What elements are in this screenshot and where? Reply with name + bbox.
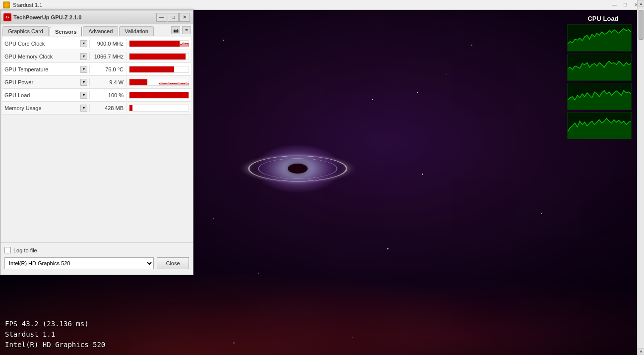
svg-marker-2: [568, 90, 631, 110]
fps-line3: Intel(R) HD Graphics 520: [5, 340, 105, 350]
sensor-bar-gpu-load: [127, 90, 191, 100]
gpuz-sensors-content: GPU Core Clock ▾ 900.0 MHz GPU Memory Cl…: [0, 36, 193, 249]
sensor-label-gpu-power: GPU Power: [4, 79, 33, 85]
black-hole: [243, 114, 352, 223]
tab-validation[interactable]: Validation: [119, 26, 154, 36]
scroll-up-arrow[interactable]: ▲: [638, 0, 644, 7]
fps-overlay: FPS 43.2 (23.136 ms) Stardust 1.1 Intel(…: [0, 314, 110, 355]
footer-bottom: Intel(R) HD Graphics 520 Close: [4, 257, 189, 269]
scrollbar-thumb[interactable]: [639, 10, 644, 40]
cpu-graph-2: [567, 54, 632, 81]
gpuz-footer: Log to file Intel(R) HD Graphics 520 Clo…: [0, 242, 193, 275]
fps-line2: Stardust 1.1: [5, 329, 105, 340]
tab-sensors[interactable]: Sensors: [50, 27, 82, 36]
sensor-value-gpu-temperature: 76.0 °C: [89, 65, 127, 73]
sensor-bar-memory-usage: [127, 103, 191, 113]
sensor-bar-gpu-power: [127, 77, 191, 87]
sensor-row-gpu-temperature: GPU Temperature ▾ 76.0 °C: [2, 63, 191, 76]
sensor-row-gpu-memory-clock: GPU Memory Clock ▾ 1066.7 MHz: [2, 50, 191, 63]
sensor-dropdown-gpu-temperature[interactable]: ▾: [80, 66, 87, 73]
sensor-value-gpu-memory-clock: 1066.7 MHz: [89, 53, 127, 60]
tab-menu-btn[interactable]: ≡: [182, 26, 191, 34]
sensor-dropdown-gpu-core-clock[interactable]: ▾: [80, 40, 87, 47]
sensor-row-gpu-load: GPU Load ▾ 100 %: [2, 89, 191, 102]
sensor-value-gpu-power: 9.4 W: [89, 78, 127, 86]
sensor-row-gpu-power: GPU Power ▾ 9.4 W: [2, 76, 191, 89]
sensor-bar-gpu-core-clock: [127, 39, 191, 49]
scroll-down-arrow[interactable]: ▼: [638, 348, 644, 355]
log-to-file-label: Log to file: [13, 247, 37, 253]
log-to-file-row: Log to file: [4, 247, 189, 253]
tab-camera-btn[interactable]: 📷: [171, 26, 180, 34]
sensor-value-gpu-load: 100 %: [89, 91, 127, 99]
sensor-label-gpu-temperature: GPU Temperature: [4, 66, 48, 72]
log-to-file-checkbox[interactable]: [4, 247, 11, 253]
outer-window-title: Stardust 1.1: [13, 2, 42, 8]
sensor-value-gpu-core-clock: 900.0 MHz: [89, 40, 127, 48]
sensor-row-memory-usage: Memory Usage ▾ 428 MB: [2, 102, 191, 115]
gpuz-icon: G: [3, 13, 11, 21]
sensor-label-gpu-load: GPU Load: [4, 92, 30, 98]
sensor-dropdown-gpu-power[interactable]: ▾: [80, 79, 87, 86]
outer-maximize-button[interactable]: □: [620, 1, 630, 9]
svg-marker-3: [568, 118, 631, 139]
cpu-graph-4: [567, 112, 632, 139]
gpuz-close-button[interactable]: ✕: [179, 13, 190, 22]
right-scrollbar: ▲ ▼: [637, 0, 644, 355]
tab-graphics-card[interactable]: Graphics Card: [2, 26, 49, 36]
gpuz-maximize-button[interactable]: □: [168, 13, 179, 22]
sensor-dropdown-memory-usage[interactable]: ▾: [80, 105, 87, 112]
sensor-bar-gpu-memory-clock: [127, 52, 191, 61]
gpu-select-dropdown[interactable]: Intel(R) HD Graphics 520: [4, 257, 154, 269]
outer-window-controls[interactable]: — □ ✕: [609, 1, 641, 9]
sensor-label-gpu-memory-clock: GPU Memory Clock: [4, 54, 53, 59]
gpuz-minimize-button[interactable]: —: [156, 13, 167, 22]
close-button[interactable]: Close: [157, 257, 189, 269]
cpu-graph-1: [567, 24, 632, 52]
fps-line1: FPS 43.2 (23.136 ms): [5, 319, 105, 329]
cpu-panel-title: CPU Load: [567, 15, 639, 22]
gpuz-titlebar: G TechPowerUp GPU-Z 2.1.0 — □ ✕: [0, 10, 193, 24]
sensor-label-memory-usage: Memory Usage: [4, 105, 42, 111]
tab-advanced[interactable]: Advanced: [83, 26, 118, 36]
gpuz-window-controls[interactable]: — □ ✕: [156, 13, 190, 22]
gpuz-tabs: Graphics Card Sensors Advanced Validatio…: [0, 24, 193, 36]
gpuz-window: G TechPowerUp GPU-Z 2.1.0 — □ ✕ Graphics…: [0, 10, 193, 275]
sensor-row-gpu-core-clock: GPU Core Clock ▾ 900.0 MHz: [2, 37, 191, 50]
cpu-load-panel: CPU Load: [567, 15, 639, 141]
sensor-bar-gpu-temperature: [127, 64, 191, 74]
gpuz-title: TechPowerUp GPU-Z 2.1.0: [13, 14, 154, 20]
outer-window-icon: [3, 1, 10, 8]
outer-minimize-button[interactable]: —: [609, 1, 619, 9]
sensor-label-gpu-core-clock: GPU Core Clock: [4, 41, 45, 47]
sensor-value-memory-usage: 428 MB: [89, 104, 127, 112]
cpu-graph-3: [567, 83, 632, 110]
sensor-dropdown-gpu-load[interactable]: ▾: [80, 92, 87, 99]
svg-marker-1: [568, 61, 631, 80]
outer-window-titlebar: Stardust 1.1 — □ ✕: [0, 0, 644, 10]
sensor-dropdown-gpu-memory-clock[interactable]: ▾: [80, 53, 87, 60]
